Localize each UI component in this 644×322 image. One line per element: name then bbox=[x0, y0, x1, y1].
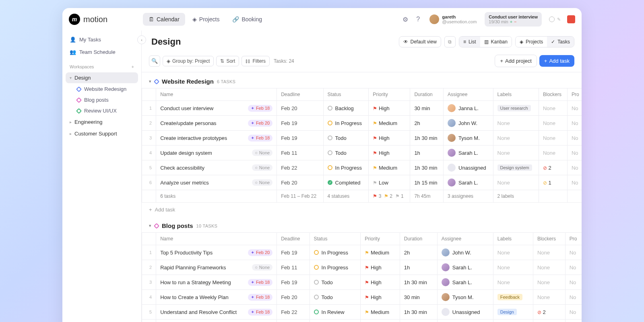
col-duration[interactable]: Duration bbox=[410, 88, 444, 101]
blockers-cell[interactable]: None bbox=[533, 245, 565, 260]
copy-view-button[interactable]: ⧉ bbox=[444, 36, 456, 47]
search-button[interactable]: 🔍 bbox=[149, 55, 160, 67]
blockers-cell[interactable]: None bbox=[533, 290, 565, 305]
project-cell[interactable]: No bbox=[567, 146, 582, 160]
labels-cell[interactable]: Design system bbox=[493, 160, 539, 175]
assignee-cell[interactable]: Unassigned bbox=[442, 308, 489, 316]
labels-cell[interactable]: Feedback bbox=[493, 290, 533, 305]
duration-cell[interactable]: 1h bbox=[410, 146, 444, 160]
task-row[interactable]: 4 How to Create a Weekly Plan ✦ Feb 18 F… bbox=[142, 290, 582, 305]
blockers-cell[interactable]: None bbox=[539, 101, 567, 116]
col-name[interactable]: Name bbox=[156, 88, 277, 101]
priority-cell[interactable]: ⚑ High bbox=[369, 131, 410, 146]
priority-cell[interactable]: ⚑ High bbox=[361, 260, 400, 275]
blockers-cell[interactable]: None bbox=[539, 146, 567, 160]
status-cell[interactable]: Todo bbox=[328, 135, 365, 141]
ws-customer-support[interactable]: ▸ Customer Support bbox=[66, 128, 138, 139]
pencil-icon[interactable]: ✎ bbox=[557, 17, 561, 22]
labels-cell[interactable]: None bbox=[493, 116, 539, 131]
add-task-inline[interactable]: + Add task bbox=[142, 203, 582, 217]
blockers-cell[interactable]: None bbox=[539, 131, 567, 146]
project-cell[interactable]: No bbox=[565, 275, 582, 290]
deadline-cell[interactable]: Feb 19 bbox=[277, 116, 323, 131]
gear-icon[interactable]: ⚙ bbox=[400, 14, 410, 24]
duration-cell[interactable]: 2h bbox=[400, 245, 437, 260]
default-view-chip[interactable]: 👁 Default view bbox=[399, 36, 441, 47]
project-cell[interactable]: No bbox=[567, 116, 582, 131]
blockers-cell[interactable]: ⊘ 2 bbox=[539, 160, 567, 175]
assignee-cell[interactable]: Unassigned bbox=[448, 164, 489, 172]
task-row[interactable]: 6 Analyze user metrics ○ None Feb 20 Com… bbox=[142, 175, 582, 190]
help-icon[interactable]: ? bbox=[413, 14, 423, 24]
duration-cell[interactable]: 1h 30 min bbox=[410, 160, 444, 175]
priority-cell[interactable]: ⚑ Medium bbox=[369, 160, 410, 175]
deadline-cell[interactable]: Feb 22 bbox=[277, 160, 323, 175]
task-row[interactable]: 5 Understand and Resolve Conflict ✦ Feb … bbox=[142, 305, 582, 320]
duration-cell[interactable]: 1h 15 min bbox=[410, 175, 444, 190]
tasks-toggle[interactable]: ✓ Tasks bbox=[547, 37, 574, 47]
priority-cell[interactable]: ⚑ High bbox=[361, 275, 400, 290]
task-row[interactable]: 4 Update design system ○ None Feb 11 Tod… bbox=[142, 146, 582, 160]
add-project-button[interactable]: + Add project bbox=[495, 55, 537, 67]
col-labels[interactable]: Labels bbox=[493, 88, 539, 101]
project-cell[interactable]: No bbox=[565, 320, 582, 322]
nav-projects[interactable]: ◈ Projects bbox=[187, 13, 225, 26]
deadline-cell[interactable]: Feb 11 bbox=[277, 146, 323, 160]
duration-cell[interactable]: 30 min bbox=[400, 290, 437, 305]
blockers-cell[interactable]: None bbox=[533, 260, 565, 275]
assignee-cell[interactable]: Tyson M. bbox=[448, 134, 489, 142]
project-cell[interactable]: No bbox=[567, 131, 582, 146]
blockers-cell[interactable]: None bbox=[533, 275, 565, 290]
auto-schedule-pill[interactable]: ✦ Feb 18 bbox=[248, 279, 272, 286]
col-project[interactable]: Pro bbox=[565, 233, 582, 245]
ws-design[interactable]: ▾ Design bbox=[66, 72, 138, 83]
deadline-cell[interactable]: Feb 20 bbox=[277, 290, 310, 305]
deadline-cell[interactable]: Feb 11 bbox=[277, 260, 310, 275]
ws-sub-review-uiux[interactable]: Review UI/UX bbox=[66, 106, 138, 116]
circle-icon[interactable] bbox=[549, 16, 555, 22]
labels-cell[interactable]: None bbox=[493, 175, 539, 190]
auto-schedule-pill[interactable]: ✦ Feb 18 bbox=[248, 294, 272, 301]
deadline-cell[interactable]: Feb 22 bbox=[277, 305, 310, 320]
auto-schedule-pill[interactable]: ✦ Feb 20 bbox=[248, 249, 272, 256]
auto-schedule-pill[interactable]: ○ None bbox=[252, 264, 272, 271]
deadline-cell[interactable]: Feb 19 bbox=[277, 245, 310, 260]
priority-cell[interactable]: ⚑ Medium bbox=[361, 305, 400, 320]
filters-chip[interactable]: ⫿⫿ Filters bbox=[242, 56, 270, 66]
project-cell[interactable]: No bbox=[565, 290, 582, 305]
duration-cell[interactable]: 1h bbox=[400, 260, 437, 275]
projects-toggle[interactable]: ◈ Projects bbox=[516, 37, 547, 47]
project-cell[interactable]: No bbox=[567, 175, 582, 190]
status-cell[interactable]: In Progress bbox=[314, 250, 357, 256]
add-workspace-icon[interactable]: + bbox=[132, 64, 134, 69]
task-row[interactable]: 3 Create interactive prototypes ✦ Feb 18… bbox=[142, 131, 582, 146]
col-deadline[interactable]: Deadline bbox=[277, 233, 310, 245]
project-cell[interactable]: No bbox=[567, 101, 582, 116]
status-cell[interactable]: In Progress bbox=[328, 120, 365, 126]
status-cell[interactable]: Todo bbox=[328, 150, 365, 156]
labels-cell[interactable]: None bbox=[493, 131, 539, 146]
assignee-cell[interactable]: Sarah L. bbox=[448, 149, 489, 157]
priority-cell[interactable]: ⚑ Low bbox=[369, 175, 410, 190]
assignee-cell[interactable]: Sarah L. bbox=[448, 178, 489, 187]
priority-cell[interactable]: ⚑ Medium bbox=[361, 320, 400, 322]
auto-schedule-pill[interactable]: ✦ Feb 18 bbox=[248, 135, 272, 142]
project-cell[interactable]: No bbox=[565, 260, 582, 275]
col-priority[interactable]: Priority bbox=[369, 88, 410, 101]
task-row[interactable]: 1 Conduct user interview ✦ Feb 18 Feb 20… bbox=[142, 101, 582, 116]
col-deadline[interactable]: Deadline bbox=[277, 88, 323, 101]
assignee-cell[interactable]: Sarah L. bbox=[442, 278, 489, 286]
col-labels[interactable]: Labels bbox=[493, 233, 533, 245]
assignee-cell[interactable]: Sarah L. bbox=[442, 263, 489, 271]
col-blockers[interactable]: Blockers bbox=[539, 88, 567, 101]
duration-cell[interactable]: 1h 15 min bbox=[400, 320, 437, 322]
duration-cell[interactable]: 30 min bbox=[410, 101, 444, 116]
project-header[interactable]: ▾ Blog posts 10 TASKS bbox=[142, 217, 582, 232]
deadline-cell[interactable]: Feb 20 bbox=[277, 320, 310, 322]
group-by-chip[interactable]: ◈ Group by: Project bbox=[163, 56, 214, 66]
blockers-cell[interactable]: ⊘ 1 bbox=[539, 175, 567, 190]
status-cell[interactable]: In Review bbox=[314, 309, 357, 315]
auto-schedule-pill[interactable]: ○ None bbox=[252, 150, 272, 156]
assignee-cell[interactable]: Janna L. bbox=[448, 104, 489, 112]
deadline-cell[interactable]: Feb 19 bbox=[277, 131, 323, 146]
